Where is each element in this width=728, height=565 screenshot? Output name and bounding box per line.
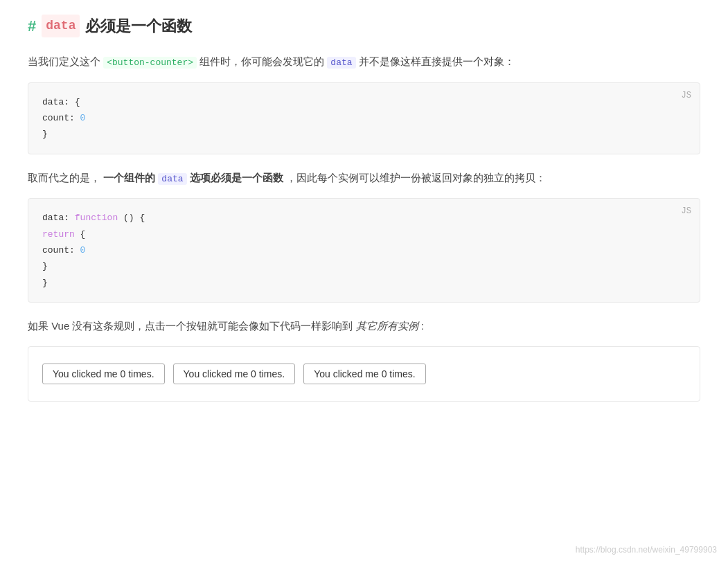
code2-close-outer: }	[42, 278, 48, 288]
code2-line-2: return {	[42, 226, 686, 242]
para2-text-after: ，因此每个实例可以维护一份被返回对象的独立的拷贝：	[286, 172, 546, 183]
demo-button-1[interactable]: You clicked me 0 times.	[42, 364, 165, 384]
para3-text-before: 如果 Vue 没有这条规则，点击一个按钮就可能会像如下代码一样影响到	[28, 320, 353, 332]
code-close-brace: }	[42, 129, 48, 139]
code2-count-key: count:	[42, 245, 80, 255]
heading-hash: #	[28, 14, 36, 38]
para1-component-code: <button-counter>	[103, 57, 197, 69]
heading-code: data	[42, 15, 80, 37]
section-heading: # data 必须是一个函数	[28, 14, 700, 38]
demo-box: You clicked me 0 times. You clicked me 0…	[28, 346, 700, 402]
para2-data-code: data	[158, 173, 186, 185]
heading-title: 必须是一个函数	[85, 14, 192, 38]
para1-text-middle: 组件时，你可能会发现它的	[199, 55, 324, 67]
code-key-data: data: {	[42, 97, 80, 107]
code-block-2-lang: JS	[682, 204, 691, 219]
para3-text-after: :	[421, 320, 424, 332]
paragraph-1: 当我们定义这个 <button-counter> 组件时，你可能会发现它的 da…	[28, 52, 700, 71]
para1-text-after: 并不是像这样直接提供一个对象：	[359, 55, 515, 67]
code2-return-keyword: return	[42, 229, 75, 240]
paragraph-2: 取而代之的是， 一个组件的 data 选项必须是一个函数 ，因此每个实例可以维护…	[28, 168, 700, 187]
para1-data-code: data	[327, 57, 355, 69]
paragraph-3: 如果 Vue 没有这条规则，点击一个按钮就可能会像如下代码一样影响到 其它所有实…	[28, 316, 700, 335]
code-block-2: JS data: function () { return { count: 0…	[28, 198, 700, 303]
code-block-1-lang: JS	[682, 89, 691, 104]
para2-bold-text: 一个组件的	[103, 172, 155, 183]
code2-val-0: 0	[80, 245, 86, 255]
para1-text-before: 当我们定义这个	[28, 55, 100, 67]
code-val-0: 0	[80, 113, 86, 123]
code-line-2: count: 0	[42, 110, 686, 126]
code-key-count: count:	[42, 113, 80, 123]
code2-line-3: count: 0	[42, 242, 686, 258]
code-line-3: }	[42, 126, 686, 142]
code2-line-5: }	[42, 275, 686, 291]
code2-close-inner: }	[42, 261, 48, 271]
para2-bold-text2: 选项必须是一个函数	[190, 172, 283, 183]
code-block-1: JS data: { count: 0 }	[28, 82, 700, 154]
code2-line-1: data: function () {	[42, 210, 686, 226]
code2-line-4: }	[42, 258, 686, 274]
code2-data-key: data:	[42, 213, 75, 223]
code2-function-keyword: function	[75, 213, 118, 223]
code2-line1-rest: () {	[118, 213, 145, 223]
code-line-1: data: {	[42, 94, 686, 110]
demo-button-2[interactable]: You clicked me 0 times.	[173, 364, 296, 384]
code2-line2-rest: {	[75, 229, 86, 240]
demo-button-3[interactable]: You clicked me 0 times.	[303, 364, 426, 384]
para3-italic-text: 其它所有实例	[356, 320, 418, 332]
para2-text-before: 取而代之的是，	[28, 172, 100, 183]
